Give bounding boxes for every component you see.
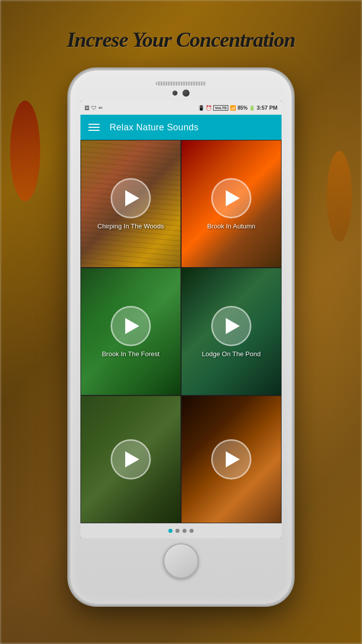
grid-item-4[interactable] xyxy=(80,395,181,523)
play-triangle-3 xyxy=(226,318,240,334)
pagination-dot-2[interactable] xyxy=(183,529,187,533)
play-circle-3[interactable] xyxy=(211,306,251,346)
status-volte: VoLTE xyxy=(213,105,228,111)
status-left-icons: 🖼 🛡 ✏ xyxy=(84,105,103,111)
play-triangle-2 xyxy=(125,318,139,334)
play-overlay-4 xyxy=(81,396,180,523)
cell-label-1: Brook In Autumn xyxy=(205,222,257,230)
status-icon-photo: 🖼 xyxy=(84,105,89,111)
status-bar: 🖼 🛡 ✏ 📳 ⏰ VoLTE 📶 85% 🔋 3:57 PM xyxy=(80,101,282,115)
grid-item-3[interactable]: Lodge On The Pond xyxy=(181,268,282,395)
status-signal: 📶 xyxy=(230,105,236,111)
status-icon-shield: 🛡 xyxy=(92,105,97,111)
camera-lens xyxy=(183,90,190,97)
status-icon-edit: ✏ xyxy=(99,105,103,111)
pagination-dots xyxy=(80,523,282,538)
play-circle-1[interactable] xyxy=(211,178,251,218)
pagination-dot-1[interactable] xyxy=(175,529,179,533)
play-overlay-0: Chirping In The Woods xyxy=(81,140,180,267)
grid-item-1[interactable]: Brook In Autumn xyxy=(181,140,282,268)
home-button[interactable] xyxy=(163,543,199,579)
app-bar-title: Relax Nature Sounds xyxy=(110,122,199,133)
play-overlay-3: Lodge On The Pond xyxy=(182,268,281,395)
front-camera xyxy=(172,91,177,96)
content-grid: Chirping In The Woods Brook In Autumn xyxy=(80,140,282,523)
pagination-dot-3[interactable] xyxy=(190,529,194,533)
hamburger-line-2 xyxy=(88,127,100,128)
menu-button[interactable] xyxy=(88,124,100,131)
phone-screen: 🖼 🛡 ✏ 📳 ⏰ VoLTE 📶 85% 🔋 3:57 PM Relax N xyxy=(80,101,282,538)
cell-label-0: Chirping In The Woods xyxy=(96,222,166,230)
play-triangle-5 xyxy=(226,451,240,467)
status-right-info: 📳 ⏰ VoLTE 📶 85% 🔋 3:57 PM xyxy=(198,105,278,111)
cell-label-3: Lodge On The Pond xyxy=(200,350,263,358)
play-circle-0[interactable] xyxy=(111,178,151,218)
play-overlay-2: Brook In The Forest xyxy=(81,268,180,395)
pagination-dot-0[interactable] xyxy=(168,529,172,533)
speaker-grill xyxy=(156,82,206,86)
grid-item-0[interactable]: Chirping In The Woods xyxy=(80,140,181,268)
hamburger-line-1 xyxy=(88,124,100,125)
status-time: 3:57 PM xyxy=(256,105,278,111)
play-circle-2[interactable] xyxy=(111,306,151,346)
phone-frame: 🖼 🛡 ✏ 📳 ⏰ VoLTE 📶 85% 🔋 3:57 PM Relax N xyxy=(70,70,292,604)
play-overlay-5 xyxy=(182,396,281,523)
status-battery-pct: 85% xyxy=(237,105,247,111)
grid-item-5[interactable] xyxy=(181,395,282,523)
camera-area xyxy=(172,90,190,97)
play-triangle-1 xyxy=(226,190,240,206)
play-triangle-4 xyxy=(125,451,139,467)
app-bar: Relax Nature Sounds xyxy=(80,115,282,140)
status-alarm: ⏰ xyxy=(206,105,212,111)
hamburger-line-3 xyxy=(88,130,100,131)
page-title: Increse Your Concentration xyxy=(0,28,362,52)
play-overlay-1: Brook In Autumn xyxy=(182,140,281,267)
cell-label-2: Brook In The Forest xyxy=(100,350,162,358)
status-vibrate: 📳 xyxy=(198,105,204,111)
grid-item-2[interactable]: Brook In The Forest xyxy=(80,268,181,395)
play-circle-5[interactable] xyxy=(211,439,251,479)
play-triangle-0 xyxy=(125,190,139,206)
status-battery-icon: 🔋 xyxy=(249,105,255,111)
play-circle-4[interactable] xyxy=(111,439,151,479)
